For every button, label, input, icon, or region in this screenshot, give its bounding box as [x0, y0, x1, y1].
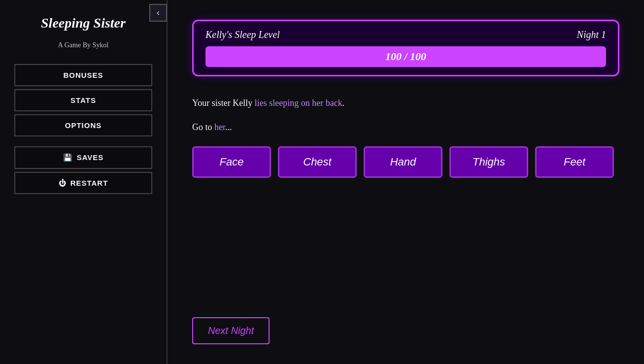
- action-buttons: FaceChestHandThighsFeet: [192, 146, 619, 178]
- sleep-header: Kelly's Sleep Level Night 1: [205, 29, 606, 40]
- saves-button[interactable]: SAVES: [14, 146, 152, 169]
- goto-after: ...: [225, 122, 232, 132]
- goto-highlight: her: [214, 122, 225, 132]
- options-button[interactable]: OPTIONS: [14, 114, 152, 136]
- narrative-before: Your sister Kelly: [192, 98, 255, 108]
- sleep-label: Kelly's Sleep Level: [205, 29, 280, 40]
- bonuses-button[interactable]: BONUSES: [14, 64, 152, 86]
- restart-label: RESTART: [70, 179, 108, 187]
- sleep-bar-value: 100 / 100: [385, 50, 426, 63]
- narrative-text: Your sister Kelly lies sleeping on her b…: [192, 96, 619, 110]
- game-subtitle: A Game By Sykol: [58, 41, 108, 49]
- night-label: Night 1: [577, 29, 606, 40]
- main-content: Kelly's Sleep Level Night 1 100 / 100 Yo…: [168, 0, 644, 364]
- restart-button[interactable]: RESTART: [14, 172, 152, 194]
- sleep-bar: 100 / 100: [205, 46, 606, 67]
- sleep-panel: Kelly's Sleep Level Night 1 100 / 100: [192, 20, 619, 76]
- goto-before: Go to: [192, 122, 214, 132]
- stats-button[interactable]: STATS: [14, 89, 152, 111]
- action-btn-face[interactable]: Face: [192, 146, 271, 178]
- narrative-highlight: lies sleeping on her back: [255, 98, 342, 108]
- power-icon: [59, 179, 67, 187]
- goto-label: Go to her...: [192, 122, 619, 132]
- next-night-button[interactable]: Next Night: [192, 317, 270, 344]
- narrative-after: .: [342, 98, 345, 108]
- action-btn-feet[interactable]: Feet: [535, 146, 614, 178]
- save-icon: [63, 153, 73, 162]
- sidebar: ‹ Sleeping Sister A Game By Sykol BONUSE…: [0, 0, 168, 364]
- saves-label: SAVES: [77, 153, 104, 162]
- action-btn-thighs[interactable]: Thighs: [449, 146, 528, 178]
- action-btn-chest[interactable]: Chest: [278, 146, 357, 178]
- collapse-button[interactable]: ‹: [149, 4, 167, 22]
- action-btn-hand[interactable]: Hand: [364, 146, 442, 178]
- game-title: Sleeping Sister: [31, 15, 136, 32]
